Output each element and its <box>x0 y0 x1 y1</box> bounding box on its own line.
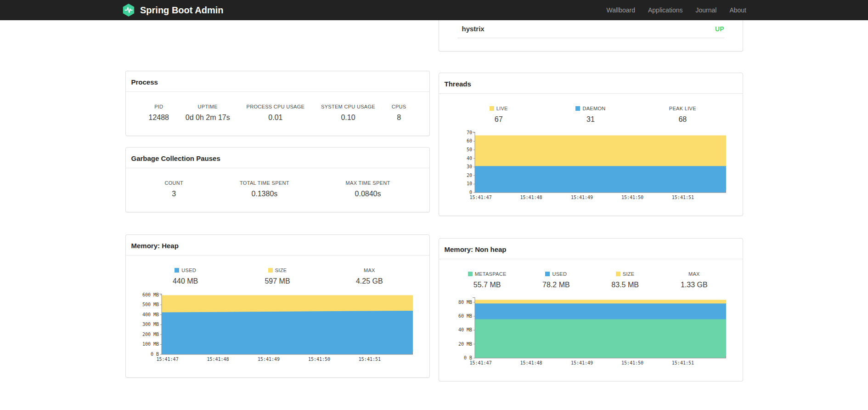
navbar: Spring Boot Admin Wallboard Applications… <box>0 0 868 20</box>
svg-text:15:41:50: 15:41:50 <box>621 195 643 200</box>
svg-text:20 MB: 20 MB <box>458 342 472 347</box>
legend-daemon-swatch <box>575 106 580 111</box>
threads-card-title: Threads <box>439 73 743 94</box>
application-name: hystrix <box>462 25 485 33</box>
svg-text:15:41:49: 15:41:49 <box>570 360 592 365</box>
svg-text:15:41:49: 15:41:49 <box>257 357 279 362</box>
svg-text:500 MB: 500 MB <box>142 302 158 307</box>
nav-link-wallboard[interactable]: Wallboard <box>606 6 635 14</box>
nav-link-applications[interactable]: Applications <box>648 6 683 14</box>
nav-links: Wallboard Applications Journal About <box>593 6 746 14</box>
stat-nonheap-max: MAX 1.33 GB <box>659 271 728 289</box>
brand-title: Spring Boot Admin <box>140 5 223 16</box>
svg-text:15:41:48: 15:41:48 <box>207 357 229 362</box>
svg-text:15:41:51: 15:41:51 <box>671 195 693 200</box>
memory-heap-card-title: Memory: Heap <box>126 235 429 256</box>
svg-text:15:41:49: 15:41:49 <box>570 195 592 200</box>
brand[interactable]: Spring Boot Admin <box>122 3 223 17</box>
svg-text:15:41:48: 15:41:48 <box>520 360 542 365</box>
nav-link-journal[interactable]: Journal <box>695 6 716 14</box>
stat-system-cpu-usage: SYSTEM CPU USAGE 0.10 <box>321 104 375 122</box>
gc-pauses-card: Garbage Collection Pauses COUNT 3 TOTAL … <box>125 147 430 212</box>
stat-threads-live: LIVE 67 <box>453 106 545 124</box>
stat-threads-daemon: DAEMON 31 <box>545 106 637 124</box>
legend-used-swatch <box>545 272 550 276</box>
svg-text:50: 50 <box>466 147 472 152</box>
svg-text:15:41:47: 15:41:47 <box>469 195 491 200</box>
stat-gc-max-time: MAX TIME SPENT 0.0840s <box>346 180 390 198</box>
right-column: hystrix UP Threads LIVE 67 DAEMON 31 <box>439 20 743 382</box>
svg-text:15:41:51: 15:41:51 <box>358 357 380 362</box>
memory-nonheap-chart: 0 B20 MB40 MB60 MB80 MB15:41:4715:41:481… <box>453 295 730 367</box>
svg-text:15:41:48: 15:41:48 <box>520 195 542 200</box>
left-column: Process PID 12488 UPTIME 0d 0h 2m 17s PR… <box>125 20 430 378</box>
status-badge: UP <box>715 25 724 33</box>
legend-metaspace-swatch <box>468 272 473 276</box>
nav-link-about[interactable]: About <box>729 6 746 14</box>
stat-heap-max: MAX 4.25 GB <box>323 268 415 285</box>
svg-text:0 B: 0 B <box>150 352 158 357</box>
gc-pauses-card-title: Garbage Collection Pauses <box>126 148 429 168</box>
svg-text:15:41:50: 15:41:50 <box>621 360 643 365</box>
brand-logo-icon <box>122 3 135 17</box>
stat-heap-size: SIZE 597 MB <box>231 268 323 285</box>
stat-process-cpu-usage: PROCESS CPU USAGE 0.01 <box>247 104 305 122</box>
legend-size-swatch <box>268 268 273 273</box>
stat-threads-peak-live: PEAK LIVE 68 <box>637 106 728 124</box>
svg-text:30: 30 <box>466 164 472 169</box>
svg-text:40 MB: 40 MB <box>458 327 472 332</box>
process-card: Process PID 12488 UPTIME 0d 0h 2m 17s PR… <box>125 71 430 136</box>
svg-text:200 MB: 200 MB <box>142 332 158 337</box>
legend-size-swatch <box>616 272 620 276</box>
memory-heap-chart: 0 B100 MB200 MB300 MB400 MB500 MB600 MB1… <box>140 291 417 364</box>
svg-text:40: 40 <box>466 156 472 161</box>
svg-text:0 B: 0 B <box>463 355 472 360</box>
memory-nonheap-card-title: Memory: Non heap <box>439 239 743 259</box>
svg-text:400 MB: 400 MB <box>142 312 158 317</box>
threads-chart: 01020304050607015:41:4715:41:4815:41:491… <box>453 129 730 202</box>
svg-text:60 MB: 60 MB <box>458 313 472 319</box>
svg-text:60: 60 <box>466 138 472 143</box>
stat-heap-used: USED 440 MB <box>140 268 231 285</box>
svg-text:15:41:50: 15:41:50 <box>308 357 330 362</box>
legend-used-swatch <box>175 268 179 273</box>
threads-card: Threads LIVE 67 DAEMON 31 PEAK LIVE 68 <box>439 73 743 216</box>
legend-live-swatch <box>490 106 494 111</box>
svg-text:0: 0 <box>469 190 472 195</box>
svg-text:600 MB: 600 MB <box>142 292 158 297</box>
process-card-title: Process <box>126 71 429 92</box>
application-status-card: hystrix UP <box>439 20 743 51</box>
stat-uptime: UPTIME 0d 0h 2m 17s <box>186 104 230 122</box>
svg-text:300 MB: 300 MB <box>142 322 158 327</box>
stat-nonheap-used: USED 78.2 MB <box>522 271 591 289</box>
application-row[interactable]: hystrix UP <box>457 20 724 38</box>
stat-nonheap-size: SIZE 83.5 MB <box>591 271 659 289</box>
svg-text:100 MB: 100 MB <box>142 342 158 347</box>
memory-heap-card: Memory: Heap USED 440 MB SIZE 597 MB MAX… <box>125 234 430 378</box>
dashboard: Process PID 12488 UPTIME 0d 0h 2m 17s PR… <box>125 20 743 382</box>
memory-nonheap-card: Memory: Non heap METASPACE 55.7 MB USED … <box>439 238 743 382</box>
svg-text:15:41:51: 15:41:51 <box>671 360 693 365</box>
svg-text:10: 10 <box>466 181 472 186</box>
stat-cpus: CPUS 8 <box>392 104 406 122</box>
stat-pid: PID 12488 <box>149 104 169 122</box>
stat-gc-total-time: TOTAL TIME SPENT 0.1380s <box>240 180 289 198</box>
svg-text:70: 70 <box>466 130 472 135</box>
svg-text:80 MB: 80 MB <box>458 300 472 305</box>
svg-text:15:41:47: 15:41:47 <box>156 357 178 362</box>
svg-text:15:41:47: 15:41:47 <box>469 360 491 365</box>
stat-nonheap-metaspace: METASPACE 55.7 MB <box>453 271 522 289</box>
stat-gc-count: COUNT 3 <box>165 180 184 198</box>
svg-text:20: 20 <box>466 173 472 178</box>
